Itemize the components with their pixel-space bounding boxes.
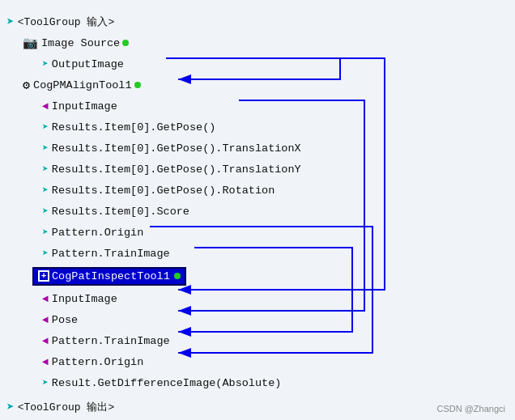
results-rotation-arrow: ➤: [42, 184, 49, 197]
output-arrow-icon: ➤: [42, 57, 49, 70]
input-image-1-row[interactable]: ◄ InputImage: [0, 95, 515, 117]
pattern-train-2-label: Pattern.TrainImage: [52, 335, 170, 347]
results-getpose-arrow: ➤: [42, 121, 49, 134]
pattern-train-label: Pattern.TrainImage: [52, 248, 170, 260]
watermark: CSDN @Zhangci: [436, 404, 505, 414]
pattern-train-2-row[interactable]: ◄ Pattern.TrainImage: [0, 330, 515, 351]
results-translx-row[interactable]: ➤ Results.Item[0].GetPose().TranslationX: [0, 138, 515, 159]
cogpat-inspect-row[interactable]: + CogPatInspectTool1: [0, 265, 515, 286]
pattern-train-row[interactable]: ➤ Pattern.TrainImage: [0, 243, 515, 264]
result-diff-arrow: ➤: [42, 376, 49, 389]
cogpm-row[interactable]: ⚙ CogPMAlignTool1: [0, 74, 515, 95]
results-rotation-label: Results.Item[0].GetPose().Rotation: [52, 185, 275, 197]
pattern-origin-arrow: ➤: [42, 226, 49, 239]
cogpm-icon: ⚙: [23, 78, 30, 93]
toolgroup-in-label: <ToolGroup 输入>: [18, 15, 115, 29]
cogpm-dot: [134, 82, 141, 88]
output-image-row[interactable]: ➤ OutputImage: [0, 53, 515, 74]
pattern-origin-row[interactable]: ➤ Pattern.Origin: [0, 222, 515, 243]
pose-label: Pose: [52, 314, 78, 326]
main-container: ➤ <ToolGroup 输入> 📷 Image Source ➤ Output…: [0, 0, 515, 420]
cogpat-dot: [174, 273, 181, 279]
camera-icon: 📷: [23, 36, 38, 51]
pattern-origin-2-arrow: ◄: [42, 356, 49, 368]
cogpm-label: CogPMAlignTool1: [33, 79, 132, 91]
image-source-label: Image Source: [41, 37, 120, 49]
toolgroup-out-label: <ToolGroup 输出>: [18, 400, 115, 414]
input-image-2-label: InputImage: [52, 293, 117, 305]
results-translx-label: Results.Item[0].GetPose().TranslationX: [52, 142, 301, 155]
pose-row[interactable]: ◄ Pose: [0, 309, 515, 330]
pattern-origin-2-label: Pattern.Origin: [52, 356, 143, 368]
results-score-row[interactable]: ➤ Results.Item[0].Score: [0, 201, 515, 222]
pattern-train-arrow: ➤: [42, 247, 49, 260]
result-diff-row[interactable]: ➤ Result.GetDifferenceImage(Absolute): [0, 372, 515, 393]
input-image-1-label: InputImage: [52, 100, 117, 112]
toolgroup-in-row: ➤ <ToolGroup 输入>: [0, 11, 515, 32]
image-source-row[interactable]: 📷 Image Source: [0, 32, 515, 53]
input-arrow-1-icon: ◄: [42, 100, 49, 112]
results-translx-arrow: ➤: [42, 142, 49, 155]
arrow-right-icon: ➤: [6, 14, 15, 30]
input-image-2-row[interactable]: ◄ InputImage: [0, 288, 515, 309]
tree-area: ➤ <ToolGroup 输入> 📷 Image Source ➤ Output…: [0, 0, 515, 420]
pattern-train-2-arrow: ◄: [42, 335, 49, 347]
input-arrow-2-icon: ◄: [42, 293, 49, 305]
pattern-origin-2-row[interactable]: ◄ Pattern.Origin: [0, 351, 515, 372]
results-transly-label: Results.Item[0].GetPose().TranslationY: [52, 163, 301, 176]
results-getpose-row[interactable]: ➤ Results.Item[0].GetPose(): [0, 117, 515, 138]
result-diff-label: Result.GetDifferenceImage(Absolute): [52, 377, 282, 389]
cogpat-inspect-label: CogPatInspectTool1: [52, 270, 170, 282]
plus-box-icon: +: [38, 270, 49, 282]
out-arrow-icon: ➤: [6, 399, 15, 415]
results-transly-arrow: ➤: [42, 163, 49, 176]
pattern-origin-label: Pattern.Origin: [52, 227, 143, 239]
results-getpose-label: Results.Item[0].GetPose(): [52, 121, 216, 134]
output-image-label: OutputImage: [52, 58, 124, 70]
results-rotation-row[interactable]: ➤ Results.Item[0].GetPose().Rotation: [0, 180, 515, 201]
pose-arrow-icon: ◄: [42, 314, 49, 326]
results-score-arrow: ➤: [42, 205, 49, 218]
results-score-label: Results.Item[0].Score: [52, 206, 189, 218]
image-source-dot: [122, 40, 129, 46]
results-transly-row[interactable]: ➤ Results.Item[0].GetPose().TranslationY: [0, 159, 515, 180]
